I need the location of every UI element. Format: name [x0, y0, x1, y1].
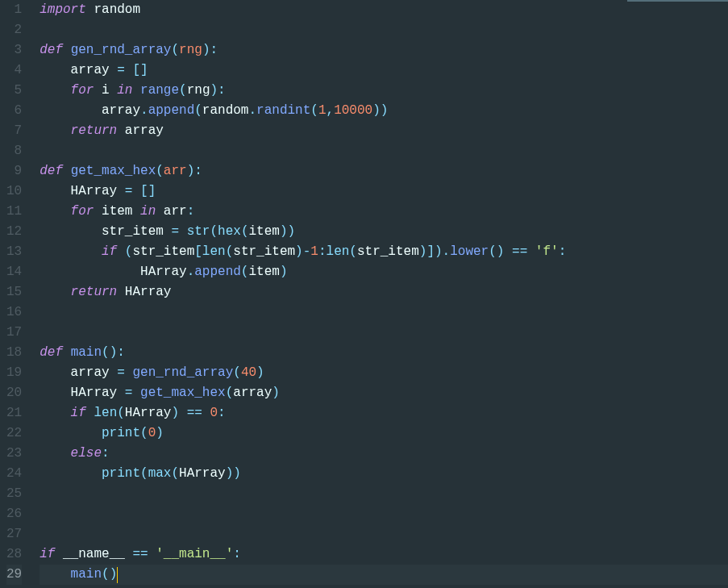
code-line[interactable]: [40, 302, 728, 323]
code-token: :: [102, 446, 110, 461]
code-line[interactable]: [40, 524, 728, 544]
code-token: (: [102, 567, 110, 582]
code-token: rng: [179, 43, 202, 57]
code-token: [117, 123, 125, 138]
code-token: in: [140, 204, 156, 219]
code-token: [40, 426, 102, 440]
code-token: [132, 386, 140, 400]
code-token: [179, 224, 187, 239]
line-number: 27: [6, 524, 22, 544]
code-token: [40, 386, 70, 400]
code-line[interactable]: if (str_item[len(str_item)-1:len(str_ite…: [40, 242, 728, 262]
code-token: 1: [318, 103, 327, 118]
code-token: get_max_hex: [71, 164, 156, 178]
line-number: 5: [6, 81, 22, 101]
code-token: arr: [164, 164, 187, 178]
code-token: =: [125, 386, 133, 400]
code-token: for: [71, 204, 94, 219]
code-line[interactable]: [40, 141, 728, 161]
code-token: array: [102, 103, 140, 118]
code-token: 0: [210, 406, 218, 420]
code-token: str_item: [233, 244, 295, 259]
code-line[interactable]: HArray = get_max_hex(array): [40, 383, 728, 403]
code-line[interactable]: [40, 323, 728, 343]
code-token: else: [71, 446, 102, 461]
code-token: ): [272, 386, 280, 400]
code-token: 'f': [535, 244, 559, 259]
code-token: (: [226, 386, 234, 400]
code-token: ): [233, 466, 241, 481]
code-token: len: [94, 406, 117, 420]
code-line[interactable]: [40, 484, 728, 504]
code-token: (: [140, 466, 148, 481]
code-line[interactable]: return HArray: [40, 282, 728, 302]
code-token: len: [327, 244, 350, 259]
code-token: [40, 123, 70, 138]
code-token: [125, 63, 133, 77]
code-token: lower: [450, 244, 489, 259]
code-token: (: [125, 244, 133, 259]
code-token: [504, 244, 512, 259]
code-line[interactable]: array = gen_rnd_array(40): [40, 363, 728, 383]
code-token: .: [248, 103, 256, 118]
code-line[interactable]: for i in range(rng):: [40, 81, 728, 101]
code-token: [55, 547, 63, 561]
code-token: ]: [426, 244, 435, 259]
code-line[interactable]: main(): [40, 565, 728, 585]
code-line[interactable]: if len(HArray) == 0:: [40, 403, 728, 423]
code-line[interactable]: HArray.append(item): [40, 262, 728, 282]
code-token: gen_rnd_array: [71, 43, 172, 57]
code-token: append: [194, 265, 241, 279]
code-line[interactable]: def gen_rnd_array(rng):: [40, 40, 728, 60]
code-token: [40, 103, 102, 118]
code-line[interactable]: if __name__ == '__main__':: [40, 544, 728, 565]
code-token: ): [171, 406, 179, 420]
code-line[interactable]: def get_max_hex(arr):: [40, 161, 728, 181]
code-token: =: [171, 224, 179, 239]
code-token: HArray: [71, 386, 118, 400]
code-token: def: [40, 43, 63, 57]
code-line[interactable]: import random: [40, 0, 728, 20]
code-token: ==: [512, 244, 527, 259]
code-token: ): [381, 103, 389, 118]
line-number: 28: [6, 544, 22, 565]
code-token: print: [102, 466, 140, 481]
code-token: :: [194, 164, 202, 178]
code-token: :: [233, 547, 241, 561]
code-line[interactable]: [40, 504, 728, 524]
code-token: rng: [187, 83, 210, 98]
code-line[interactable]: print(max(HArray)): [40, 464, 728, 484]
code-line[interactable]: array.append(random.randint(1,10000)): [40, 101, 728, 121]
code-token: if: [71, 406, 86, 420]
code-token: hex: [218, 224, 241, 239]
code-token: .: [187, 265, 195, 279]
line-number: 9: [6, 161, 22, 181]
code-token: [125, 547, 133, 561]
code-token: (: [233, 365, 241, 380]
code-line[interactable]: return array: [40, 121, 728, 141]
line-number: 1: [6, 0, 22, 20]
code-token: (: [226, 244, 234, 259]
code-line[interactable]: else:: [40, 444, 728, 464]
code-line[interactable]: array = []: [40, 60, 728, 81]
code-line[interactable]: for item in arr:: [40, 202, 728, 222]
code-area[interactable]: import randomdef gen_rnd_array(rng): arr…: [36, 0, 728, 588]
code-editor[interactable]: 1234567891011121314151617181920212223242…: [0, 0, 728, 588]
code-token: len: [202, 244, 226, 259]
code-line[interactable]: print(0): [40, 423, 728, 444]
line-number: 25: [6, 484, 22, 504]
line-number: 4: [6, 60, 22, 81]
code-line[interactable]: str_item = str(hex(item)): [40, 222, 728, 242]
code-token: [40, 406, 70, 420]
line-number: 13: [6, 242, 22, 262]
code-line[interactable]: [40, 20, 728, 40]
line-number: 24: [6, 464, 22, 484]
code-line[interactable]: HArray = []: [40, 181, 728, 202]
code-line[interactable]: def main():: [40, 343, 728, 363]
code-token: '__main__': [156, 547, 233, 561]
code-token: append: [148, 103, 195, 118]
line-number: 7: [6, 121, 22, 141]
code-token: :: [117, 345, 125, 360]
code-token: array: [71, 365, 110, 380]
code-token: [110, 365, 118, 380]
